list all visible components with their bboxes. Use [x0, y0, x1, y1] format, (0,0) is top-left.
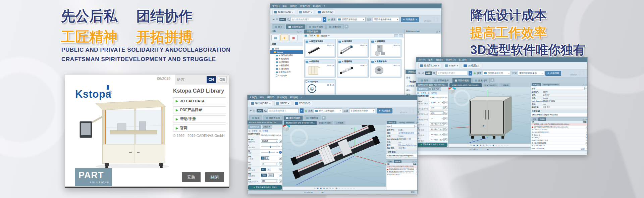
topology-tab[interactable]: Topology Information — [397, 121, 415, 124]
part-card-f[interactable]: F.通用标准件 19-6-19 — [370, 59, 401, 78]
tab-search-results[interactable]: 搜索结果 — [326, 24, 344, 29]
checkbox-icon[interactable]: ☑ — [417, 92, 419, 94]
tree-item[interactable]: F.通用标准件 — [270, 70, 303, 74]
search-dropdown-button[interactable]: ▼ — [323, 17, 326, 22]
close-button[interactable]: 關閉 — [205, 172, 224, 182]
maximize-icon[interactable]: ▢ — [416, 122, 418, 124]
bom-list-tab[interactable]: 明细表 — [538, 117, 546, 121]
export-to-cad-button[interactable]: 输出到CAD▼ — [418, 63, 441, 68]
menu-file[interactable]: 文件(F) — [418, 58, 425, 61]
param-select[interactable]: BSZ5LB▼ — [261, 139, 278, 143]
param-select[interactable]: A3：钣金门 左开▼ — [430, 122, 444, 126]
bom-row[interactable]: SDFR216001200760199DA3A1A3A1A3A1A3A11 — [531, 126, 587, 129]
bom-row[interactable]: B~A3139619612Z-B2 — [531, 142, 587, 145]
param-select[interactable]: 760▼ — [430, 117, 444, 120]
menu-export[interactable]: 输出 — [428, 58, 433, 61]
add-to-list-button[interactable]: 添加到列表 — [248, 125, 261, 129]
edit-icon[interactable]: ✎ — [444, 101, 447, 104]
maximize-icon[interactable]: ▢ — [436, 30, 438, 33]
tree-item[interactable]: C.供料模组 — [270, 60, 303, 64]
language-cn-button[interactable]: CN — [207, 76, 216, 83]
layout-button[interactable] — [399, 34, 403, 37]
search-scope-select[interactable]: 所有目录和分类▼ — [337, 17, 366, 22]
param-select[interactable]: 1600▼ — [430, 106, 444, 109]
view-cube[interactable] — [283, 125, 289, 132]
toggle-option[interactable]: T20I — [261, 174, 267, 177]
length-slider[interactable] — [261, 146, 277, 147]
search-checkbox[interactable]: ☑ — [253, 109, 255, 112]
class-value-link[interactable]: 分类值 — [252, 130, 258, 132]
close-icon[interactable]: × — [415, 161, 417, 163]
expand-icon[interactable]: ≫ — [418, 72, 421, 75]
filter-select[interactable]: 零部件名称和单体▼ — [349, 108, 375, 113]
edit-icon[interactable]: ✎ — [444, 106, 447, 109]
bom-row[interactable]: B~1600120DC1C1C1C11 — [531, 131, 587, 134]
tab-search-results[interactable]: 搜索结果 — [304, 115, 321, 120]
bom-row[interactable]: B~16001200760199D1 — [531, 129, 587, 131]
step-format-button[interactable]: STEP▼ — [297, 9, 314, 14]
catalog-view-button[interactable]: ▤ — [271, 35, 279, 41]
toggle-option[interactable]: S — [261, 156, 265, 160]
edit-icon[interactable]: ✎ — [444, 122, 447, 125]
breadcrumb-root[interactable]: 目录 — [309, 34, 313, 37]
menu-window[interactable]: 窗口(W) — [313, 5, 320, 8]
edit-icon[interactable]: ✎ — [279, 168, 282, 171]
expand-icon[interactable]: ≫ — [272, 18, 275, 21]
favorites-button[interactable]: ★ — [280, 35, 288, 41]
width-slider[interactable] — [261, 152, 275, 153]
menu-view[interactable]: 视图(V) — [290, 5, 297, 8]
part-selection-tab[interactable]: 零部件选择 — [304, 30, 321, 34]
tab-part-selection[interactable]: 零部件选择 — [432, 78, 451, 83]
start-search-icon[interactable]: ⊕ — [328, 18, 330, 21]
tree-item[interactable]: A.微型输送模组 — [270, 54, 303, 57]
part-code-tab[interactable]: BSZ5LB-1009-240-S-V1-NY-T20I... — [248, 120, 282, 125]
export-to-cad-button[interactable]: 输出到CAD▼ — [272, 9, 295, 15]
edit-icon[interactable]: ✎ — [279, 140, 282, 143]
advanced-search-button[interactable]: ⊕高级搜索▼ — [401, 17, 419, 22]
maximize-icon[interactable]: ▢ — [583, 84, 585, 86]
param-select[interactable]: V1▼ — [261, 162, 278, 165]
edit-icon[interactable]: ✎ — [444, 133, 447, 136]
toggle-option[interactable]: NY — [261, 168, 266, 171]
bom-row[interactable]: ☐BSZ5LB-1009-240-S-V1-NY-T20I-1B1 — [386, 165, 417, 168]
breadcrumb-kstopa[interactable]: kstopa — [321, 35, 327, 37]
3d-scene[interactable]: X ⌂▦▣⊕⊖↻▭◨ ▱▱▱▱▱ — [448, 87, 531, 147]
fulltext-search-input[interactable]: 全文搜索的关键字 — [268, 108, 299, 113]
tab-part-view[interactable]: 零部件视图 — [452, 78, 472, 83]
table-direction-button[interactable]: 表格方向 — [430, 87, 441, 91]
menu-addons[interactable]: 附加件(X) — [277, 96, 287, 99]
param-select[interactable]: A3：钣金门 左开▼ — [430, 133, 444, 136]
maximize-icon[interactable]: ▢ — [413, 161, 415, 163]
part-info-tab[interactable]: 零件信息 — [532, 83, 541, 86]
menu-help[interactable]: ? — [301, 96, 302, 99]
tab-part-selection[interactable]: 零部件选择 — [286, 24, 306, 29]
tab-part-selection[interactable]: 零部件选择 — [263, 115, 283, 120]
edit-icon[interactable]: ✎ — [444, 128, 447, 131]
toggle-option[interactable]: S20I — [268, 174, 274, 177]
menu-file[interactable]: 文件(F) — [272, 5, 279, 8]
checkbox-icon[interactable]: ☑ — [259, 130, 261, 132]
edit-icon[interactable]: ✎ — [444, 138, 447, 141]
topology-tab[interactable]: Topology Information — [542, 83, 560, 86]
start-search-icon[interactable]: ⊕ — [305, 109, 307, 112]
filter-select[interactable]: 零部件名称和单体▼ — [518, 71, 544, 76]
bom-structure-tab[interactable]: 结构 — [532, 117, 538, 121]
tree-item-copyright[interactable]: Copyright — [270, 74, 303, 77]
menu-website-button[interactable]: ▶ 官网 — [173, 125, 226, 132]
menu-addons[interactable]: 附加件(X) — [446, 58, 455, 61]
tree-item[interactable]: D.机架模组 — [270, 64, 303, 67]
close-icon[interactable]: × — [585, 84, 587, 86]
edit-icon[interactable]: ✎ — [279, 162, 282, 165]
info-icon[interactable]: i — [279, 151, 282, 154]
menu-help-manual-button[interactable]: ▶ 帮助/手册 — [173, 115, 226, 122]
fulltext-search-input[interactable]: 全文搜索的关键字 — [290, 17, 321, 22]
close-icon[interactable]: × — [300, 30, 302, 33]
add-tab-button[interactable]: ⊕ — [344, 24, 348, 29]
maximize-icon[interactable]: ▢ — [298, 30, 300, 33]
param-select[interactable]: 1200▼ — [430, 111, 444, 115]
part-card-d[interactable]: D.机架模组 19-6-19 — [304, 59, 336, 78]
bom-row[interactable]: B~BSZ5LB1009240SV1','V2','V3','V4','V5',… — [386, 171, 417, 174]
abc-search-button[interactable]: ABC — [257, 109, 263, 112]
viewport-tab-attachments[interactable]: 附属文件 (2页) — [317, 121, 333, 125]
edit-icon[interactable]: ✎ — [279, 174, 282, 177]
